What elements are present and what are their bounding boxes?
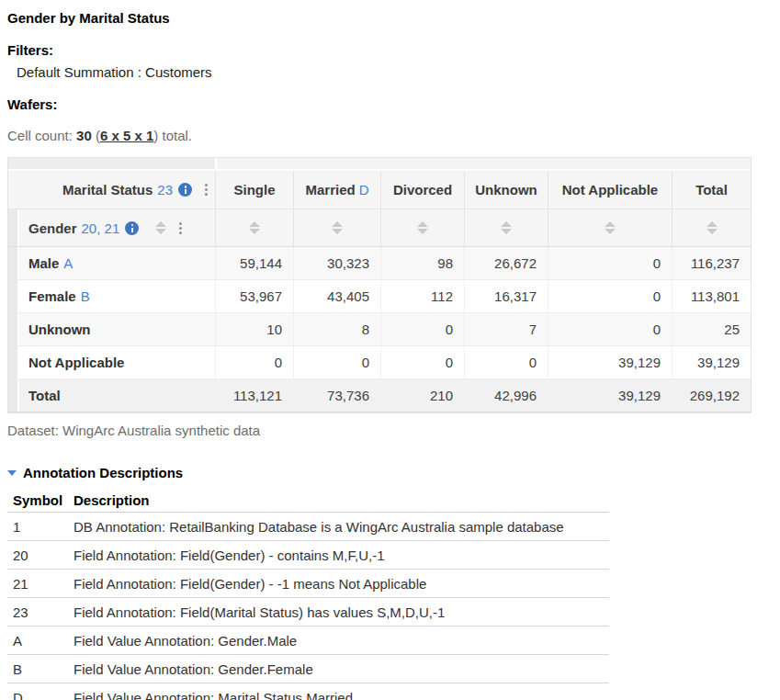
sort-icon[interactable] [605, 221, 616, 234]
table-row-unknown: Unknown 10 8 0 7 0 25 [8, 313, 751, 346]
page-title: Gender by Marital Status [7, 0, 780, 27]
column-header-unknown: Unknown [464, 171, 548, 209]
annotation-symbol: 20 [7, 548, 68, 563]
row-dimension-name: Marital Status [62, 182, 153, 198]
annotation-row: 23 Field Annotation: Field(Marital Statu… [7, 598, 609, 627]
band-right [217, 158, 751, 169]
data-cell: 112 [380, 280, 464, 312]
column-header-married: Married D [293, 171, 380, 209]
symbol-header: Symbol [7, 492, 68, 508]
column-annotation-ref: D [359, 182, 369, 198]
column-header-row: Marital Status 23 Single Married D Divor… [8, 171, 751, 209]
report-page: Gender by Marital Status Filters: Defaul… [0, 0, 780, 700]
data-cell: 26,672 [464, 247, 548, 279]
sort-control [215, 209, 293, 246]
annotation-symbol: 1 [7, 519, 68, 535]
annotation-description: Field Value Annotation: Gender.Female [68, 661, 609, 677]
cell-count-prefix: Cell count: [7, 128, 76, 143]
annotation-row: D Field Value Annotation: Marital Status… [7, 683, 609, 700]
annotation-description: Field Annotation: Field(Gender) - -1 mea… [68, 576, 609, 592]
row-label-cell: Unknown [8, 313, 215, 345]
column-header-divorced: Divorced [380, 171, 464, 209]
data-cell: 10 [215, 313, 293, 345]
column-header-not-applicable: Not Applicable [548, 171, 672, 209]
sort-control [672, 209, 751, 246]
sort-icon[interactable] [249, 221, 260, 234]
data-cell: 113,121 [215, 379, 293, 412]
annotation-section-toggle[interactable]: Annotation Descriptions [7, 465, 780, 480]
sort-icon[interactable] [155, 221, 166, 234]
col-dimension-annotation-ref: 20, 21 [82, 220, 120, 236]
data-cell: 0 [548, 280, 672, 312]
kebab-menu-icon[interactable] [205, 184, 208, 196]
data-cell: 0 [293, 346, 380, 378]
data-cell: 39,129 [548, 346, 672, 378]
row-label: Not Applicable [28, 355, 124, 370]
annotation-symbol: 21 [7, 576, 68, 592]
cell-count-dims-link[interactable]: 6 x 5 x 1 [100, 128, 153, 143]
sort-icon[interactable] [417, 221, 428, 234]
data-cell: 8 [293, 313, 380, 345]
row-label: Total [28, 388, 61, 403]
sort-icon[interactable] [332, 221, 343, 234]
data-cell: 73,736 [293, 379, 380, 412]
annotation-description: DB Annotation: RetailBanking Database is… [68, 519, 609, 535]
annotation-description: Field Annotation: Field(Gender) - contai… [68, 548, 609, 563]
data-cell: 53,967 [215, 280, 293, 312]
data-cell: 42,996 [464, 379, 548, 412]
data-cell: 7 [464, 313, 548, 345]
sort-control [293, 209, 380, 246]
data-cell: 25 [672, 313, 751, 345]
row-label-cell: Not Applicable [8, 346, 215, 378]
data-cell: 0 [548, 247, 672, 279]
kebab-menu-icon[interactable] [179, 222, 182, 234]
annotation-table: Symbol Description 1 DB Annotation: Reta… [7, 488, 609, 700]
row-label: Female [28, 288, 76, 304]
wafer-table: Marital Status 23 Single Married D Divor… [7, 157, 752, 413]
column-header-label: Not Applicable [562, 182, 658, 198]
info-icon[interactable] [178, 183, 192, 197]
annotation-row: 20 Field Annotation: Field(Gender) - con… [7, 541, 609, 570]
data-cell: 269,192 [672, 379, 751, 412]
data-cell: 39,129 [548, 379, 672, 412]
table-row-not-applicable: Not Applicable 0 0 0 0 39,129 39,129 [8, 346, 751, 379]
row-dimension-header: Marital Status 23 [8, 171, 215, 209]
data-cell: 0 [548, 313, 672, 345]
column-header-label: Unknown [475, 182, 537, 198]
annotation-row: B Field Value Annotation: Gender.Female [7, 655, 609, 683]
row-annotation-ref: A [63, 255, 73, 271]
data-cell: 210 [380, 379, 464, 412]
annotation-description: Field Annotation: Field(Marital Status) … [68, 604, 609, 620]
annotation-section-title: Annotation Descriptions [23, 465, 183, 480]
info-icon[interactable] [125, 221, 139, 235]
column-header-label: Total [695, 182, 728, 198]
annotation-symbol: A [7, 633, 68, 649]
data-cell: 113,801 [672, 280, 751, 312]
annotation-row: 21 Field Annotation: Field(Gender) - -1 … [7, 570, 609, 598]
filters-label: Filters: [7, 42, 780, 59]
cell-count-suffix: total. [162, 128, 192, 143]
sort-icon[interactable] [707, 221, 718, 234]
triangle-down-icon[interactable] [7, 470, 17, 476]
wafers-label: Wafers: [7, 96, 780, 113]
column-header-label: Single [233, 182, 275, 198]
cell-count-value: 30 [76, 128, 92, 143]
row-annotation-ref: B [81, 288, 90, 304]
dataset-note: Dataset: WingArc Australia synthetic dat… [7, 423, 780, 439]
row-label-cell: Female B [8, 280, 215, 312]
data-cell: 39,129 [672, 346, 751, 378]
table-row-male: Male A 59,144 30,323 98 26,672 0 116,237 [8, 247, 751, 280]
column-header-single: Single [215, 171, 293, 209]
annotation-symbol: B [7, 661, 68, 677]
table-row-total: Total 113,121 73,736 210 42,996 39,129 2… [8, 379, 751, 412]
sort-icon[interactable] [501, 221, 512, 234]
data-cell: 0 [215, 346, 293, 378]
column-header-label: Married [305, 182, 355, 198]
sort-control [380, 209, 464, 246]
data-cell: 0 [380, 346, 464, 378]
description-header: Description [68, 492, 609, 508]
annotation-symbol: D [7, 690, 68, 700]
annotation-row: 1 DB Annotation: RetailBanking Database … [7, 513, 609, 541]
sort-row: Gender 20, 21 [8, 209, 751, 247]
filter-value: Default Summation : Customers [7, 64, 780, 81]
